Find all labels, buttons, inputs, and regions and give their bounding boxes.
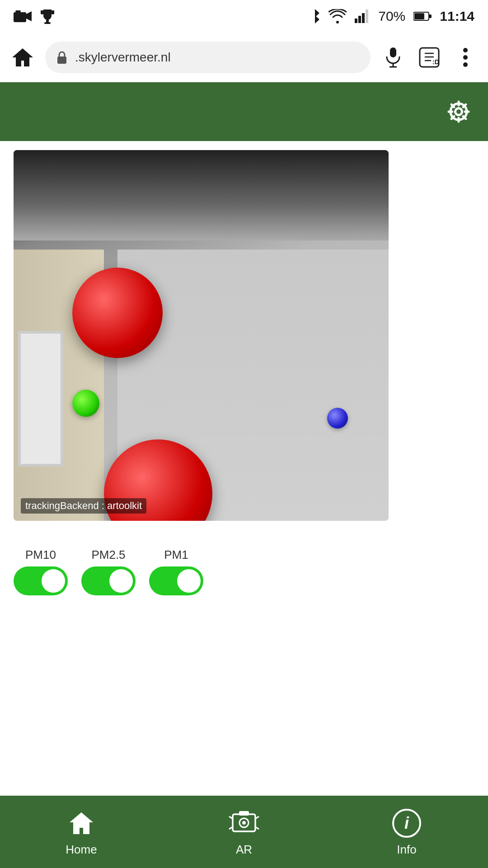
- info-icon: i: [391, 807, 422, 839]
- url-bar[interactable]: .skylervermeer.nl: [45, 42, 371, 73]
- nav-item-ar[interactable]: AR: [228, 807, 260, 857]
- status-bar-left: [14, 9, 55, 24]
- blue-sphere-small: [327, 408, 348, 429]
- bottom-nav: Home AR i Info: [0, 796, 488, 868]
- svg-rect-13: [390, 47, 396, 57]
- tracking-backend-label: trackingBackend : artoolkit: [21, 498, 146, 514]
- pm10-toggle-knob: [42, 569, 65, 593]
- info-circle-icon: i: [392, 809, 421, 838]
- home-icon: [66, 807, 97, 839]
- pm10-toggle-group: PM10: [14, 548, 68, 595]
- pm10-label: PM10: [25, 548, 56, 562]
- menu-dots-button[interactable]: [452, 44, 479, 71]
- svg-rect-4: [44, 22, 51, 24]
- svg-rect-10: [429, 14, 432, 18]
- bluetooth-icon: [310, 8, 320, 24]
- pm1-toggle-knob: [177, 569, 201, 593]
- signal-icon: [355, 9, 370, 23]
- wifi-icon: [328, 9, 347, 24]
- pm10-toggle[interactable]: [14, 566, 68, 595]
- nav-info-label: Info: [397, 843, 416, 857]
- svg-point-18: [463, 48, 468, 52]
- svg-rect-11: [414, 13, 424, 19]
- svg-rect-2: [15, 10, 21, 12]
- status-bar-right: 70% 11:14: [310, 8, 474, 24]
- battery-icon: [413, 11, 432, 21]
- settings-button[interactable]: [443, 96, 474, 127]
- svg-rect-7: [362, 13, 365, 23]
- pm1-label: PM1: [164, 548, 188, 562]
- app-header: [0, 82, 488, 141]
- svg-rect-5: [355, 19, 357, 23]
- camera-icon: [14, 9, 32, 23]
- svg-point-20: [463, 62, 468, 67]
- pm1-toggle[interactable]: [149, 566, 203, 595]
- browser-home-button[interactable]: [9, 44, 36, 71]
- nav-item-home[interactable]: Home: [66, 807, 97, 857]
- pm25-toggle-group: PM2.5: [81, 548, 136, 595]
- svg-text::D: :D: [432, 58, 439, 66]
- nav-ar-label: AR: [236, 843, 252, 857]
- status-bar: 70% 11:14: [0, 0, 488, 33]
- browser-bar: .skylervermeer.nl :D: [0, 33, 488, 82]
- svg-point-19: [463, 55, 468, 60]
- ar-window: [18, 331, 63, 467]
- svg-point-24: [456, 109, 461, 114]
- url-text: .skylervermeer.nl: [75, 50, 171, 65]
- nav-item-info[interactable]: i Info: [391, 807, 422, 857]
- pm25-toggle[interactable]: [81, 566, 136, 595]
- svg-rect-8: [366, 9, 368, 23]
- ar-view: trackingBackend : artoolkit: [14, 150, 389, 521]
- controls-area: PM10 PM2.5 PM1: [0, 530, 488, 604]
- pm25-toggle-knob: [109, 569, 133, 593]
- svg-rect-3: [46, 19, 49, 22]
- ar-icon: [228, 807, 260, 839]
- green-sphere-small: [72, 390, 99, 417]
- ar-view-container: trackingBackend : artoolkit: [0, 141, 488, 530]
- trophy-icon: [40, 9, 55, 24]
- svg-rect-28: [239, 811, 249, 816]
- battery-percent: 70%: [378, 9, 405, 24]
- svg-rect-0: [14, 12, 26, 22]
- pm1-toggle-group: PM1: [149, 548, 203, 595]
- svg-point-27: [242, 821, 246, 825]
- toggles-row: PM10 PM2.5 PM1: [14, 548, 474, 595]
- nav-home-label: Home: [66, 843, 97, 857]
- microphone-button[interactable]: [380, 44, 407, 71]
- svg-rect-12: [57, 57, 66, 64]
- red-sphere-large-top: [72, 268, 163, 358]
- pm25-label: PM2.5: [91, 548, 125, 562]
- lock-icon: [56, 51, 68, 64]
- svg-marker-1: [26, 11, 32, 21]
- tab-button[interactable]: :D: [416, 44, 443, 71]
- svg-rect-6: [358, 16, 361, 23]
- time-display: 11:14: [440, 9, 474, 24]
- ar-ceiling: [14, 150, 389, 241]
